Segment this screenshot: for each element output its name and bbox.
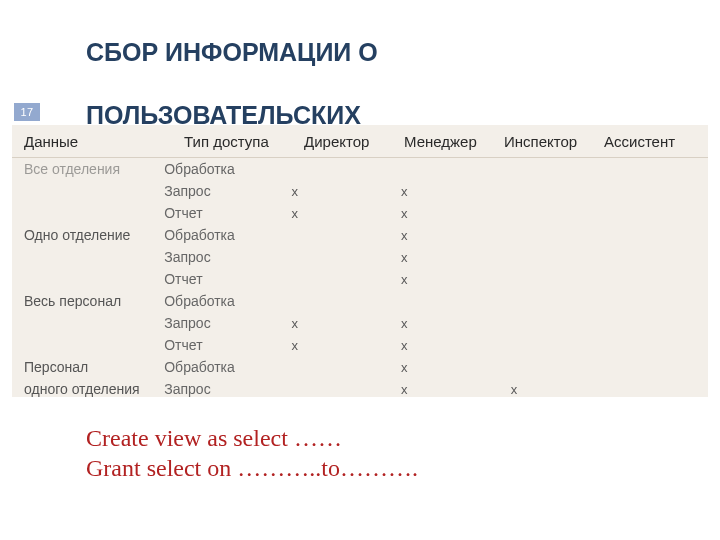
cell-data: Весь персонал <box>12 293 164 309</box>
cell-data: одного отделения <box>12 381 164 397</box>
table-row: Отчет x x <box>12 202 708 224</box>
table-row: Запрос x <box>12 246 708 268</box>
cell-mgr: x <box>379 272 489 287</box>
cell-mgr: x <box>379 382 489 397</box>
col-manager: Менеджер <box>404 133 504 150</box>
sql-line-2: Grant select on ………..to………. <box>86 453 418 483</box>
col-assistant: Ассистент <box>604 133 704 150</box>
cell-data: Все отделения <box>12 161 164 177</box>
cell-dir: x <box>269 206 379 221</box>
table-row: Запрос x x <box>12 312 708 334</box>
table-row: Отчет x x <box>12 334 708 356</box>
cell-mgr: x <box>379 228 489 243</box>
sql-statements: Create view as select …… Grant select on… <box>86 423 418 483</box>
title-line-1: СБОР ИНФОРМАЦИИ О <box>86 38 378 66</box>
cell-access: Обработка <box>164 359 269 375</box>
sql-line-1: Create view as select …… <box>86 423 418 453</box>
cell-access: Обработка <box>164 293 269 309</box>
table-row: Все отделения Обработка <box>12 158 708 180</box>
cell-mgr: x <box>379 338 489 353</box>
cell-mgr: x <box>379 250 489 265</box>
col-director: Директор <box>304 133 404 150</box>
cell-data: Персонал <box>12 359 164 375</box>
table-row: одного отделения Запрос x x <box>12 378 708 400</box>
cell-access: Отчет <box>164 271 269 287</box>
col-access: Тип доступа <box>184 133 304 150</box>
cell-access: Запрос <box>164 315 269 331</box>
table-row: Отчет x <box>12 268 708 290</box>
col-inspector: Инспектор <box>504 133 604 150</box>
table-row: Весь персонал Обработка <box>12 290 708 312</box>
cell-mgr: x <box>379 316 489 331</box>
cell-dir: x <box>269 316 379 331</box>
col-data: Данные <box>12 133 184 150</box>
cell-dir: x <box>269 184 379 199</box>
cell-access: Отчет <box>164 337 269 353</box>
table-header-row: Данные Тип доступа Директор Менеджер Инс… <box>12 125 708 158</box>
cell-dir: x <box>269 338 379 353</box>
cell-access: Запрос <box>164 183 269 199</box>
access-table: Данные Тип доступа Директор Менеджер Инс… <box>12 125 708 397</box>
cell-access: Отчет <box>164 205 269 221</box>
slide: СБОР ИНФОРМАЦИИ О ПОЛЬЗОВАТЕЛЬСКИХ ПРЕДС… <box>0 0 720 540</box>
cell-access: Запрос <box>164 249 269 265</box>
cell-mgr: x <box>379 360 489 375</box>
page-number-badge: 17 <box>14 103 40 121</box>
table-row: Одно отделение Обработка x <box>12 224 708 246</box>
cell-mgr: x <box>379 184 489 199</box>
cell-mgr: x <box>379 206 489 221</box>
cell-insp: x <box>489 382 599 397</box>
table-row: Запрос x x <box>12 180 708 202</box>
cell-access: Запрос <box>164 381 269 397</box>
cell-access: Обработка <box>164 161 269 177</box>
table-row: Персонал Обработка x <box>12 356 708 378</box>
cell-access: Обработка <box>164 227 269 243</box>
cell-data: Одно отделение <box>12 227 164 243</box>
